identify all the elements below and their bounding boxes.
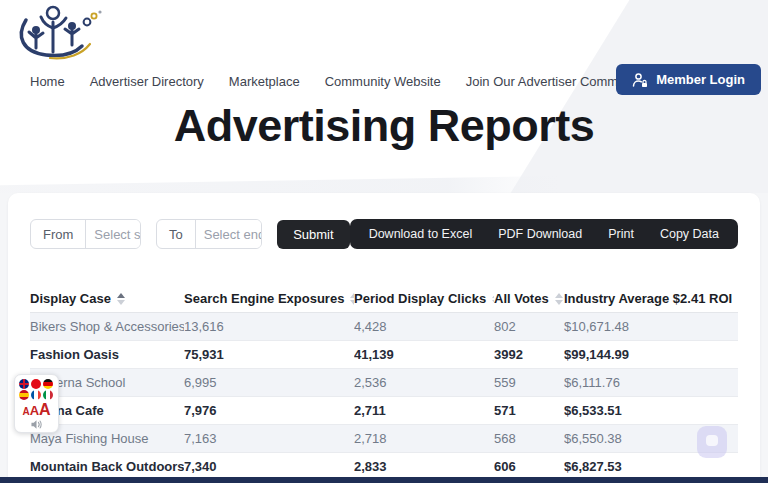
nav-item-community-website[interactable]: Community Website (325, 74, 441, 89)
download-excel-button[interactable]: Download to Excel (356, 219, 486, 249)
cell-exposures: 75,931 (184, 347, 354, 362)
cell-clicks: 2,536 (354, 375, 494, 390)
hero-decorative-band (0, 176, 560, 193)
cell-roi: $6,111.76 (564, 375, 738, 390)
cell-clicks: 2,718 (354, 431, 494, 446)
to-label: To (157, 220, 196, 248)
to-date-group: To (156, 219, 262, 249)
column-label: All Votes (494, 291, 549, 306)
cell-votes: 568 (494, 431, 564, 446)
cell-roi: $6,827.53 (564, 459, 738, 474)
pdf-download-button[interactable]: PDF Download (485, 219, 595, 249)
from-date-group: From (30, 219, 141, 249)
cell-clicks: 4,428 (354, 319, 494, 334)
cell-clicks: 41,139 (354, 347, 494, 362)
table-body: Bikers Shop & Accessories 13,616 4,428 8… (30, 313, 738, 481)
column-header-display-case[interactable]: Display Case (30, 291, 184, 306)
user-lock-icon (632, 72, 648, 88)
nav-item-advertiser-directory[interactable]: Advertiser Directory (90, 74, 204, 89)
cell-votes: 802 (494, 319, 564, 334)
cell-votes: 571 (494, 403, 564, 418)
cell-roi: $99,144.99 (564, 347, 738, 362)
flag-france-icon[interactable] (31, 390, 41, 400)
column-header-industry-average-roi[interactable]: Industry Average $2.41 ROI (564, 291, 738, 306)
end-date-input[interactable] (196, 220, 262, 248)
column-header-search-engine-exposures[interactable]: Search Engine Exposures (184, 291, 354, 306)
cell-exposures: 6,995 (184, 375, 354, 390)
page-title: Advertising Reports (0, 100, 768, 152)
nav-item-marketplace[interactable]: Marketplace (229, 74, 300, 89)
table-row[interactable]: Maya Fishing House 7,163 2,718 568 $6,55… (30, 425, 738, 453)
from-label: From (31, 220, 86, 248)
footer-top-strip (0, 477, 768, 483)
main-navigation: Home Advertiser Directory Marketplace Co… (0, 64, 768, 98)
cell-votes: 3992 (494, 347, 564, 362)
chat-widget-button[interactable] (697, 426, 727, 458)
cell-display-case: Mountain Back Outdoors (30, 459, 184, 474)
flag-italy-icon[interactable] (43, 390, 53, 400)
page: Home Advertiser Directory Marketplace Co… (0, 0, 768, 483)
cell-exposures: 7,340 (184, 459, 354, 474)
cell-exposures: 7,976 (184, 403, 354, 418)
print-button[interactable]: Print (595, 219, 647, 249)
member-login-button[interactable]: Member Login (616, 64, 761, 95)
report-controls: From To Submit Download to Excel PDF Dow… (30, 219, 738, 249)
community-logo[interactable] (12, 2, 104, 64)
cell-votes: 606 (494, 459, 564, 474)
start-date-input[interactable] (86, 220, 141, 248)
table-header-row: Display Case Search Engine Exposures Per… (30, 285, 738, 313)
hero-section: Home Advertiser Directory Marketplace Co… (0, 0, 768, 193)
flag-germany-icon[interactable] (43, 379, 53, 389)
column-label: Period Display Clicks (354, 291, 486, 306)
member-login-label: Member Login (656, 72, 745, 87)
flag-spain-icon[interactable] (19, 390, 29, 400)
table-row[interactable]: Bikers Shop & Accessories 13,616 4,428 8… (30, 313, 738, 341)
sort-icon (117, 293, 125, 305)
cell-display-case: Bikers Shop & Accessories (30, 319, 184, 334)
copy-data-button[interactable]: Copy Data (647, 219, 732, 249)
column-header-all-votes[interactable]: All Votes (494, 291, 564, 306)
table-row[interactable]: La Verna School 6,995 2,536 559 $6,111.7… (30, 369, 738, 397)
reports-card: From To Submit Download to Excel PDF Dow… (8, 193, 760, 483)
column-header-period-display-clicks[interactable]: Period Display Clicks (354, 291, 494, 306)
cell-clicks: 2,711 (354, 403, 494, 418)
cell-display-case: Fashion Oasis (30, 347, 184, 362)
table-row[interactable]: Fashion Oasis 75,931 41,139 3992 $99,144… (30, 341, 738, 369)
font-large-button[interactable]: A (39, 402, 51, 418)
column-label: Industry Average $2.41 ROI (564, 291, 732, 306)
nav-item-home[interactable]: Home (30, 74, 65, 89)
flag-uk-icon[interactable] (19, 379, 29, 389)
cell-votes: 559 (494, 375, 564, 390)
table-row[interactable]: Marina Cafe 7,976 2,711 571 $6,533.51 (30, 397, 738, 425)
cell-exposures: 13,616 (184, 319, 354, 334)
font-medium-button[interactable]: A (30, 404, 39, 417)
language-flags (19, 379, 54, 400)
cell-display-case: Maya Fishing House (30, 431, 184, 446)
column-label: Display Case (30, 291, 111, 306)
font-resize-control[interactable]: A A A (22, 402, 50, 418)
submit-button[interactable]: Submit (277, 220, 349, 249)
cell-clicks: 2,833 (354, 459, 494, 474)
cell-roi: $6,533.51 (564, 403, 738, 418)
reports-table: Display Case Search Engine Exposures Per… (30, 285, 738, 481)
column-label: Search Engine Exposures (184, 291, 344, 306)
speaker-icon[interactable] (30, 419, 43, 430)
cell-exposures: 7,163 (184, 431, 354, 446)
cell-roi: $10,671.48 (564, 319, 738, 334)
font-small-button[interactable]: A (22, 407, 29, 417)
accessibility-widget[interactable]: A A A (14, 374, 59, 433)
export-toolbar: Download to Excel PDF Download Print Cop… (350, 219, 738, 249)
sort-icon (555, 293, 563, 305)
flag-turkey-icon[interactable] (31, 379, 41, 389)
